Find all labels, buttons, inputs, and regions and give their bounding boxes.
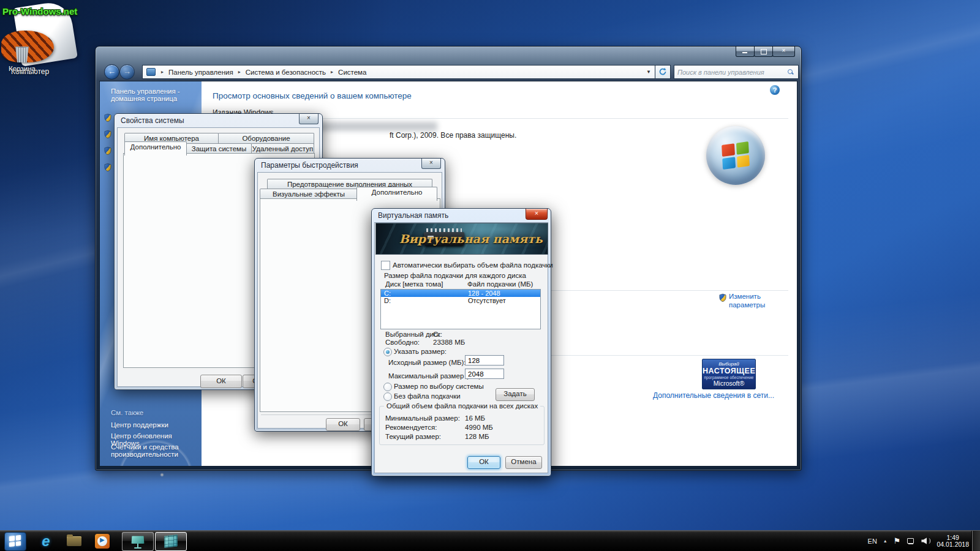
breadcrumb-system[interactable]: Система bbox=[337, 69, 367, 76]
initial-size-input[interactable] bbox=[465, 355, 504, 365]
breadcrumb: ▸ Панель управления ▸ Система и безопасн… bbox=[142, 65, 655, 79]
free-space-label: Свободно: bbox=[385, 339, 420, 346]
sidebar-performance-line2: производительности bbox=[111, 451, 179, 458]
radio-system-managed[interactable] bbox=[383, 383, 392, 391]
taskbar-item-explorer[interactable] bbox=[64, 532, 85, 550]
more-info-link[interactable]: Дополнительные сведения в сети... bbox=[653, 391, 774, 400]
close-button[interactable]: × bbox=[772, 47, 795, 57]
virtual-memory-dialog: Виртуальная память × Виртуальная память … bbox=[371, 208, 551, 476]
ok-button[interactable]: ОК bbox=[467, 456, 500, 469]
search-icon[interactable] bbox=[788, 69, 793, 75]
set-button[interactable]: Задать bbox=[496, 388, 535, 401]
recommended-size-label: Рекомендуется: bbox=[385, 424, 437, 431]
media-player-icon: ▶ bbox=[95, 534, 110, 549]
per-disk-label: Размер файла подкачки для каждого диска bbox=[384, 272, 526, 279]
breadcrumb-control-panel[interactable]: Панель управления bbox=[168, 69, 234, 76]
taskbar-item-system-properties[interactable] bbox=[122, 532, 154, 551]
sidebar-performance-line1: Счетчики и средства bbox=[111, 443, 179, 451]
folder-icon bbox=[67, 536, 81, 546]
radio-no-pagefile[interactable] bbox=[383, 392, 392, 401]
banner-text: Виртуальная память bbox=[399, 232, 543, 246]
window-titlebar[interactable] bbox=[96, 47, 801, 63]
flag-pane-blue bbox=[722, 157, 735, 170]
action-center-flag-icon[interactable]: ⚑ bbox=[894, 536, 901, 545]
cancel-button[interactable]: Отмена bbox=[505, 456, 542, 469]
icon-base bbox=[134, 547, 141, 549]
minimum-size-value: 16 МБ bbox=[465, 414, 485, 422]
close-button[interactable]: × bbox=[421, 159, 441, 169]
pro-windows-logo-text: Pro-Windows.net bbox=[2, 6, 77, 17]
sidebar-home-line1: Панель управления - bbox=[111, 88, 180, 95]
maximum-size-input[interactable] bbox=[465, 369, 504, 379]
breadcrumb-separator-icon: ▸ bbox=[157, 69, 168, 75]
dialog-titlebar[interactable]: Виртуальная память bbox=[378, 211, 448, 220]
close-button[interactable]: × bbox=[526, 209, 548, 220]
page-title: Просмотр основных сведений о вашем компь… bbox=[213, 91, 412, 100]
network-icon[interactable] bbox=[907, 538, 915, 545]
taskbar-item-system-window[interactable] bbox=[155, 532, 187, 551]
current-size-value: 128 МБ bbox=[465, 433, 489, 440]
breadcrumb-separator-icon: ▸ bbox=[326, 69, 337, 75]
folder-tab bbox=[67, 534, 73, 537]
desktop: Pro-Windows.net Компьютер Корзина × ← → … bbox=[0, 0, 980, 551]
volume-icon[interactable] bbox=[921, 537, 930, 545]
show-hidden-icons-button[interactable]: ▲ bbox=[883, 539, 888, 543]
ok-button[interactable]: ОК bbox=[326, 418, 360, 431]
initial-size-label: Исходный размер (МБ): bbox=[388, 359, 466, 366]
back-button[interactable]: ← bbox=[104, 64, 119, 80]
ok-button[interactable]: ОК bbox=[200, 375, 242, 388]
dialog-titlebar[interactable]: Свойства системы bbox=[121, 116, 184, 125]
tab-advanced[interactable]: Дополнительно bbox=[356, 187, 437, 201]
drive-letter: D: bbox=[384, 297, 391, 304]
minimize-icon bbox=[742, 52, 747, 53]
search-input[interactable] bbox=[674, 69, 788, 76]
recycle-bin-icon bbox=[14, 45, 30, 62]
flag-pane-red bbox=[722, 143, 734, 156]
copyright-text: ft Corp.), 2009. Все права защищены. bbox=[390, 131, 516, 140]
dialog-titlebar[interactable]: Параметры быстродействия bbox=[261, 161, 358, 170]
tab-advanced[interactable]: Дополнительно bbox=[124, 141, 187, 156]
auto-manage-checkbox[interactable] bbox=[381, 261, 390, 270]
sidebar-item-home[interactable]: Панель управления - домашняя страница bbox=[111, 88, 180, 102]
genuine-microsoft-badge[interactable]: Выбирай настоящее программное обеспечени… bbox=[702, 359, 756, 389]
help-glyph: ? bbox=[773, 86, 777, 94]
breadcrumb-system-security[interactable]: Система и безопасность bbox=[245, 69, 326, 76]
close-icon: × bbox=[535, 209, 538, 217]
drive-list: C: 128 - 2048 D: Отсутствует bbox=[380, 289, 541, 329]
maximize-button[interactable] bbox=[754, 47, 773, 57]
drive-row-c[interactable]: C: 128 - 2048 bbox=[381, 290, 540, 297]
free-space-value: 23388 МБ bbox=[433, 339, 465, 346]
maximize-icon bbox=[761, 49, 767, 54]
show-desktop-button[interactable] bbox=[971, 531, 980, 551]
recycle-bin-label: Корзина bbox=[5, 65, 39, 72]
sidebar-see-also-header: См. также bbox=[111, 409, 143, 416]
forward-button[interactable]: → bbox=[119, 64, 135, 80]
sidebar-item-performance-tools[interactable]: Счетчики и средства производительности bbox=[111, 443, 179, 458]
column-disk-header: Диск [метка тома] bbox=[385, 280, 443, 288]
navigation-bar: ← → ▸ Панель управления ▸ Система и безо… bbox=[99, 63, 797, 80]
uac-shield-icon bbox=[718, 293, 727, 302]
auto-manage-label: Автоматически выбирать объем файла подка… bbox=[393, 261, 553, 269]
system-tray: EN ▲ ⚑ 1:49 04.01.2018 bbox=[868, 531, 969, 551]
drive-row-d[interactable]: D: Отсутствует bbox=[381, 297, 540, 304]
clock-date: 04.01.2018 bbox=[937, 541, 969, 548]
close-button[interactable]: × bbox=[299, 114, 318, 124]
refresh-button[interactable] bbox=[655, 65, 671, 79]
radio-system-managed-label: Размер по выбору системы bbox=[394, 383, 484, 390]
help-icon[interactable]: ? bbox=[770, 85, 780, 95]
radio-custom-size[interactable] bbox=[383, 348, 392, 356]
forward-icon: → bbox=[123, 67, 131, 76]
desktop-icon-recycle-bin[interactable]: Корзина bbox=[5, 45, 39, 72]
language-indicator[interactable]: EN bbox=[868, 538, 877, 545]
taskbar-clock[interactable]: 1:49 04.01.2018 bbox=[937, 534, 969, 548]
start-button[interactable] bbox=[4, 532, 26, 551]
uac-shield-icon bbox=[104, 130, 112, 139]
system-window-icon bbox=[164, 534, 178, 548]
taskbar-item-internet-explorer[interactable]: e bbox=[36, 532, 56, 550]
breadcrumb-dropdown-icon[interactable]: ▼ bbox=[643, 69, 655, 75]
taskbar-item-media-player[interactable]: ▶ bbox=[92, 532, 113, 550]
minimize-button[interactable] bbox=[736, 47, 755, 57]
sidebar-item-action-center[interactable]: Центр поддержки bbox=[111, 421, 168, 429]
uac-shield-icon bbox=[104, 113, 112, 122]
flag-pane-yellow bbox=[737, 154, 750, 167]
